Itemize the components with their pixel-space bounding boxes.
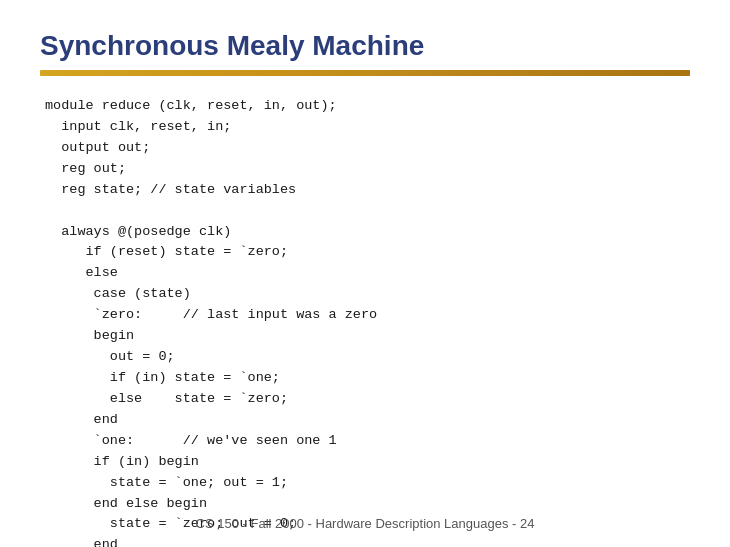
slide-title: Synchronous Mealy Machine [40,30,690,62]
title-underline [40,70,690,76]
code-block: module reduce (clk, reset, in, out); inp… [40,96,690,547]
slide: Synchronous Mealy Machine module reduce … [0,0,730,547]
slide-footer: CS 150 - Fall 2000 - Hardware Descriptio… [0,516,730,531]
